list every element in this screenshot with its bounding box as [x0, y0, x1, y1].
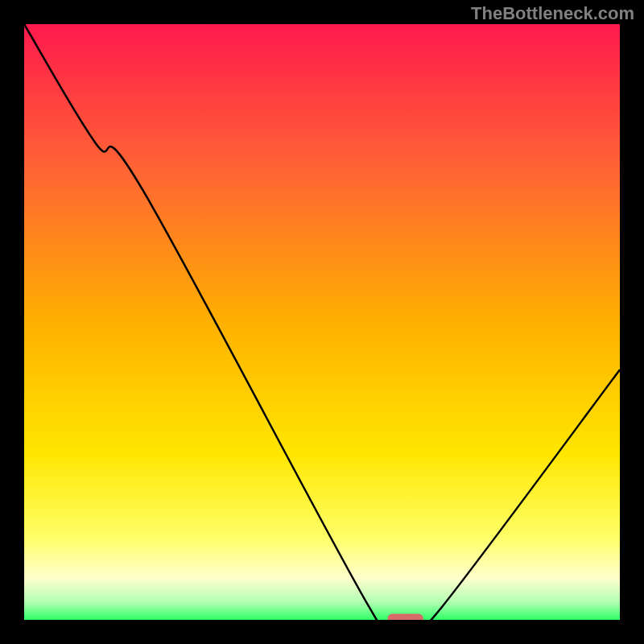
svg-rect-3 [620, 0, 644, 644]
chart-container: TheBottleneck.com [0, 0, 644, 644]
bottleneck-chart [0, 0, 644, 644]
watermark-text: TheBottleneck.com [471, 3, 634, 24]
gradient-background [24, 24, 620, 620]
svg-rect-2 [0, 0, 24, 644]
svg-rect-1 [0, 620, 644, 644]
